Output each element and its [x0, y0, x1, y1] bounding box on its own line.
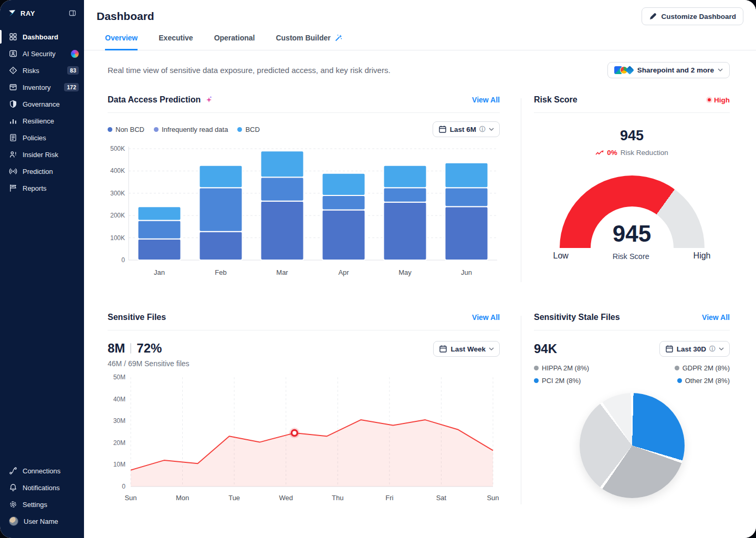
- sidebar-item-risks[interactable]: Risks83: [0, 62, 84, 79]
- legend-item: Other 2M (8%): [677, 377, 730, 385]
- svg-text:40M: 40M: [113, 396, 125, 403]
- legend-dot-icon: [108, 127, 112, 132]
- gauge-high-label: High: [694, 251, 711, 261]
- legend-label: Non BCD: [116, 126, 144, 133]
- svg-text:Apr: Apr: [338, 268, 349, 276]
- bar-chart-icon: [9, 117, 17, 125]
- source-icons: [614, 66, 634, 74]
- svg-text:Thu: Thu: [332, 494, 343, 502]
- status-dot-icon: [708, 98, 711, 101]
- range-dropdown[interactable]: Last Week: [433, 341, 500, 357]
- svg-text:Jan: Jan: [154, 268, 165, 276]
- chevron-down-icon: [718, 68, 723, 72]
- info-icon: ⓘ: [479, 126, 486, 132]
- pencil-icon: [649, 12, 657, 20]
- calendar-icon: [665, 345, 674, 353]
- count-badge: 172: [64, 83, 79, 92]
- source-filter-dropdown[interactable]: Sharepoint and 2 more: [607, 62, 730, 78]
- count-badge: 83: [67, 66, 79, 75]
- svg-text:Sat: Sat: [436, 494, 447, 502]
- copilot-icon: [71, 50, 79, 58]
- sidebar-item-insider-risk[interactable]: Insider Risk: [0, 146, 84, 163]
- risk-score-card: Risk Score High 945: [534, 95, 730, 282]
- legend-item: BCD: [237, 126, 259, 133]
- view-all-link[interactable]: View All: [472, 96, 500, 104]
- stat-subtitle: 46M / 69M Sensitive files: [108, 359, 190, 368]
- sidebar-item-connections[interactable]: Connections: [0, 462, 84, 479]
- grid-icon: [9, 33, 17, 41]
- gauge-center-label: Risk Score: [613, 252, 649, 261]
- sidebar-item-reports[interactable]: Reports: [0, 180, 84, 196]
- sidebar-item-notifications[interactable]: Notifications: [0, 479, 84, 496]
- range-label: Last 30D: [677, 345, 706, 353]
- sidebar-collapse-icon[interactable]: [68, 9, 77, 17]
- person-alert-icon: [9, 150, 17, 159]
- legend-label: Other 2M (8%): [685, 377, 730, 385]
- legend-item: PCI 2M (8%): [534, 377, 675, 385]
- tab-executive[interactable]: Executive: [159, 34, 193, 50]
- pie-legend: HIPPA 2M (8%)GDPR 2M (8%)PCI 2M (8%)Othe…: [534, 364, 730, 385]
- pie-chart: [580, 393, 685, 498]
- stat-total: 8M: [108, 341, 125, 356]
- legend-item: Non BCD: [108, 126, 144, 133]
- document-icon: [9, 133, 17, 142]
- sidebar-item-user-name[interactable]: User Name: [0, 513, 84, 530]
- sidebar-item-governance[interactable]: Governance: [0, 96, 84, 112]
- view-all-link[interactable]: View All: [472, 313, 500, 322]
- svg-text:20M: 20M: [113, 439, 125, 447]
- card-title: Sensitivity Stale Files: [534, 313, 620, 322]
- svg-text:Tue: Tue: [228, 494, 240, 502]
- view-all-link[interactable]: View All: [702, 313, 730, 322]
- sidebar-item-ai-security[interactable]: AI Security: [0, 45, 84, 62]
- legend-dot-icon: [534, 366, 539, 370]
- sidebar-item-label: Dashboard: [23, 33, 58, 41]
- sidebar-item-resilience[interactable]: Resilience: [0, 112, 84, 129]
- range-dropdown[interactable]: Last 30D ⓘ: [659, 341, 730, 357]
- tab-custom-builder[interactable]: Custom Builder: [276, 34, 342, 50]
- risk-status-badge: High: [708, 96, 730, 104]
- svg-text:Mon: Mon: [176, 494, 189, 502]
- legend-label: PCI 2M (8%): [542, 377, 581, 385]
- svg-text:Wed: Wed: [279, 494, 293, 502]
- svg-text:10M: 10M: [113, 461, 125, 468]
- sidebar-footer-nav: ConnectionsNotificationsSettingsUser Nam…: [0, 462, 84, 538]
- inventory-box-icon: [9, 83, 17, 91]
- svg-text:0: 0: [121, 256, 125, 264]
- sidebar-item-label: User Name: [24, 518, 58, 525]
- sidebar-item-dashboard[interactable]: Dashboard: [0, 28, 84, 45]
- sidebar-item-label: Insider Risk: [23, 151, 58, 159]
- sidebar-item-inventory[interactable]: Inventory172: [0, 79, 84, 96]
- stat-percent: 72%: [136, 341, 162, 356]
- stale-files-total: 94K: [534, 342, 557, 356]
- sidebar-item-prediction[interactable]: Prediction: [0, 163, 84, 180]
- gear-icon: [9, 500, 17, 509]
- tab-overview[interactable]: Overview: [105, 34, 138, 50]
- legend-item: HIPPA 2M (8%): [534, 364, 675, 372]
- trend-up-icon: [595, 150, 604, 156]
- svg-text:500K: 500K: [110, 145, 125, 152]
- sidebar-item-policies[interactable]: Policies: [0, 129, 84, 146]
- legend-label: HIPPA 2M (8%): [542, 364, 589, 372]
- bell-icon: [9, 483, 17, 492]
- card-title: Data Access Prediction: [108, 95, 213, 105]
- connections-icon: [9, 467, 17, 475]
- svg-text:Feb: Feb: [215, 268, 226, 276]
- legend-label: Infrequently read data: [162, 126, 228, 133]
- svg-text:Sun: Sun: [487, 494, 499, 502]
- tab-label: Operational: [214, 34, 255, 42]
- card-title: Risk Score: [534, 95, 578, 105]
- range-dropdown[interactable]: Last 6M ⓘ: [433, 121, 500, 137]
- range-label: Last 6M: [450, 126, 476, 133]
- area-line-chart: 010M20M30M40M50MSunMonTueWedThuFriSatSun: [108, 372, 500, 504]
- sidebar-item-label: Policies: [23, 134, 46, 142]
- customize-dashboard-button[interactable]: Customize Dashboard: [642, 7, 743, 25]
- broadcast-icon: [9, 167, 17, 175]
- sidebar-item-settings[interactable]: Settings: [0, 496, 84, 513]
- svg-text:Mar: Mar: [276, 268, 288, 276]
- gauge-low-label: Low: [553, 251, 569, 261]
- source-filter-label: Sharepoint and 2 more: [637, 66, 714, 74]
- tab-operational[interactable]: Operational: [214, 34, 255, 50]
- legend-dot-icon: [154, 127, 159, 132]
- sidebar-item-label: Resilience: [23, 117, 54, 125]
- chevron-down-icon: [489, 347, 494, 351]
